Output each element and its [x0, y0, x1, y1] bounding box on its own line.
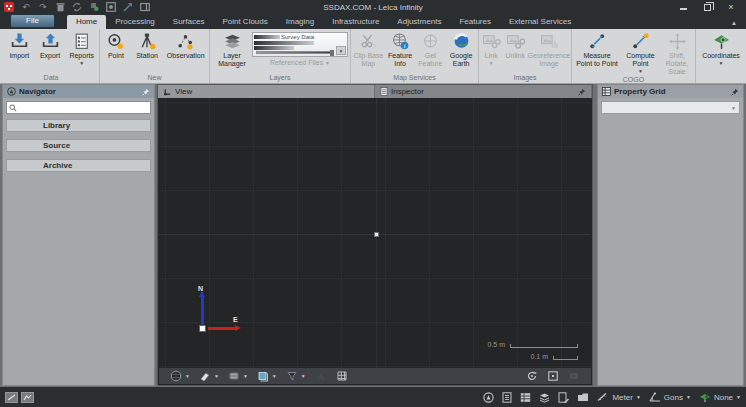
tab-view[interactable]: View [158, 85, 375, 98]
axis-origin-marker [199, 325, 206, 332]
navigator-toggle-icon[interactable] [483, 392, 494, 403]
navigator-search-input[interactable] [19, 103, 148, 112]
previous-view-button[interactable] [564, 369, 584, 383]
display-settings-button[interactable]: ▼ [166, 369, 194, 383]
active-layer-widget[interactable]: Survey Data ▼ Referenced Files ▼ [252, 31, 348, 73]
georeference-image-button[interactable]: Georeference Image [528, 31, 570, 73]
tab-processing[interactable]: Processing [106, 15, 164, 29]
tab-point-clouds[interactable]: Point Clouds [213, 15, 276, 29]
restore-button[interactable] [702, 3, 712, 12]
line-tool-toggle[interactable] [5, 392, 18, 403]
coordinates-icon [712, 32, 731, 51]
archive-toggle-icon[interactable] [577, 392, 589, 402]
zoom-extents-button[interactable] [543, 369, 563, 383]
link-image-button[interactable]: Link ▼ [480, 31, 503, 73]
redo-icon[interactable]: ↷ [38, 2, 48, 12]
google-earth-button[interactable]: Google Earth [445, 31, 477, 73]
window-controls: × [678, 3, 746, 12]
get-feature-button[interactable]: Get Feature [415, 31, 445, 73]
grid-icon [336, 370, 348, 382]
export-button[interactable]: Export [35, 31, 66, 73]
report-toggle-icon[interactable] [558, 392, 569, 403]
instrument-selector[interactable]: None ▼ [699, 392, 741, 402]
clip-base-map-button[interactable]: Clip Base Map [352, 31, 385, 73]
georeference-image-icon [540, 32, 559, 51]
tab-features[interactable]: Features [450, 15, 500, 29]
area-tool-icon [23, 394, 32, 401]
new-observation-button[interactable]: Observation [163, 31, 208, 73]
measure-point-to-point-button[interactable]: Measure Point to Point [574, 31, 621, 75]
angle-icon [649, 392, 661, 402]
navigator-section-library[interactable]: Library [6, 119, 151, 132]
area-tool-toggle[interactable] [21, 392, 34, 403]
point-icon [106, 32, 125, 51]
instrument-status-icon [699, 392, 711, 402]
survey-point[interactable] [374, 232, 379, 237]
instrument-icon[interactable] [89, 2, 99, 12]
new-station-button[interactable]: Station [131, 31, 164, 73]
get-feature-icon [421, 32, 440, 51]
filter-button[interactable]: ▼ [282, 369, 310, 383]
compute-point-button[interactable]: Compute Point ▼ [621, 31, 661, 75]
layer-manager-button[interactable]: Layer Manager [212, 31, 252, 73]
tab-surfaces[interactable]: Surfaces [164, 15, 214, 29]
tab-adjustments[interactable]: Adjustments [388, 15, 450, 29]
tab-inspector[interactable]: Inspector [375, 85, 592, 98]
property-grid-title: Property Grid [614, 87, 666, 96]
grid-toggle-button[interactable] [332, 369, 352, 383]
pin-icon[interactable] [578, 88, 586, 96]
layer-preview[interactable]: Survey Data ▼ [252, 32, 348, 57]
pin-icon[interactable] [142, 88, 150, 96]
reports-button[interactable]: Reports ▼ [65, 31, 98, 73]
rotate-view-button[interactable] [522, 369, 542, 383]
layer-opacity-slider[interactable] [256, 51, 333, 54]
undo-icon[interactable]: ↶ [21, 2, 31, 12]
tab-file[interactable]: File [10, 14, 55, 28]
dropdown-caret-icon: ▼ [736, 395, 741, 400]
navigator-section-archive[interactable]: Archive [6, 159, 151, 172]
tab-home[interactable]: Home [67, 15, 106, 29]
new-point-button[interactable]: Point [101, 31, 131, 73]
angle-unit-selector[interactable]: Gons ▼ [649, 392, 691, 402]
tab-external-services[interactable]: External Services [500, 15, 580, 29]
tab-infrastructure[interactable]: Infrastructure [323, 15, 388, 29]
layers-toggle-icon[interactable] [539, 392, 550, 403]
tab-imaging[interactable]: Imaging [277, 15, 323, 29]
unlink-image-button[interactable]: Unlink [503, 31, 528, 73]
shift-rotate-scale-button[interactable]: Shift, Rotate, Scale [661, 31, 694, 75]
window-layout-icon[interactable] [140, 2, 150, 12]
snap-settings-button[interactable]: ▼ [224, 369, 252, 383]
navigator-section-source[interactable]: Source [6, 139, 151, 152]
status-bar: Meter ▼ Gons ▼ None ▼ [0, 387, 746, 407]
coordinates-button[interactable]: Coordinates ▼ [698, 31, 744, 73]
view-mode-button[interactable]: ▼ [253, 369, 281, 383]
dropdown-caret-icon: ▼ [272, 374, 277, 379]
measure-point-to-point-icon [588, 32, 607, 51]
import-button[interactable]: Import [4, 31, 35, 73]
ribbon-group-new: Point Station Observation New [100, 29, 210, 83]
distance-unit-selector[interactable]: Meter ▼ [597, 392, 640, 402]
selection-tool-button[interactable]: ▼ [195, 369, 223, 383]
pin-icon[interactable] [731, 88, 739, 96]
link-image-icon [482, 32, 501, 51]
publish-icon[interactable] [123, 2, 133, 12]
snap-settings-icon [228, 370, 240, 382]
layer-dropdown-icon[interactable]: ▼ [336, 46, 346, 55]
minimize-button[interactable] [678, 3, 688, 12]
feature-info-button[interactable]: i Feature Info [385, 31, 416, 73]
map-canvas[interactable]: N E 0.5 m 0.1 m [159, 98, 591, 368]
inspector-toggle-icon[interactable] [502, 392, 512, 403]
close-button[interactable]: × [726, 3, 736, 12]
snapshot-icon[interactable] [106, 2, 116, 12]
ribbon: Import Export Reports ▼ Data Point Stati… [0, 29, 746, 84]
collapse-ribbon-icon[interactable]: ▲ [722, 20, 746, 29]
delete-icon[interactable] [55, 2, 65, 12]
rotate-view-icon [526, 370, 538, 382]
surface-icon [315, 370, 327, 382]
property-grid-toggle-icon[interactable] [520, 392, 531, 403]
surface-display-button[interactable] [311, 369, 331, 383]
referenced-files-button[interactable]: Referenced Files [270, 59, 323, 66]
import-icon [10, 32, 29, 51]
sync-icon[interactable] [72, 2, 82, 12]
property-grid-selector[interactable]: ▼ [601, 101, 740, 114]
